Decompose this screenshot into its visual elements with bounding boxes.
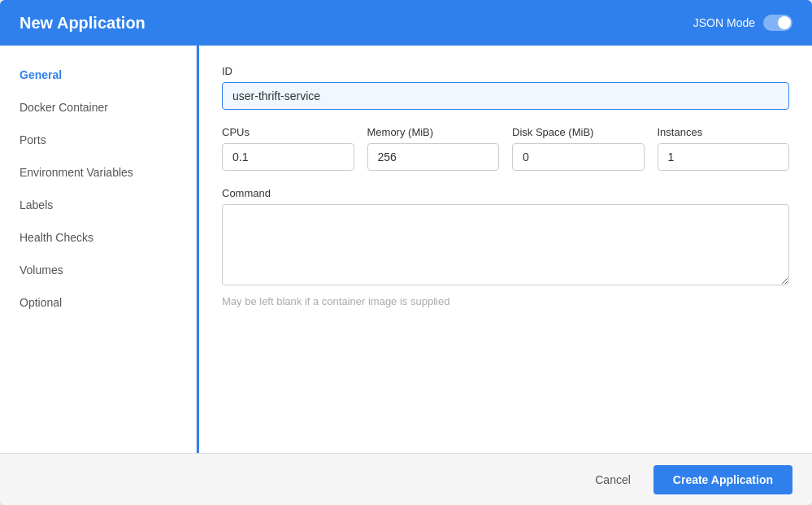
- id-input[interactable]: [222, 82, 789, 110]
- toggle-knob: [778, 16, 791, 29]
- sidebar-item-ports[interactable]: Ports: [0, 124, 196, 156]
- main-content: ID CPUs Memory (MiB) Disk Space (MiB): [197, 46, 812, 453]
- sidebar-item-docker-container[interactable]: Docker Container: [0, 91, 196, 124]
- sidebar: General Docker Container Ports Environme…: [0, 46, 197, 453]
- cpus-label: CPUs: [222, 126, 354, 138]
- new-application-modal: New Application JSON Mode General Docker…: [0, 0, 812, 505]
- cpus-input[interactable]: [222, 143, 354, 171]
- modal-body: General Docker Container Ports Environme…: [0, 46, 812, 453]
- disk-label: Disk Space (MiB): [512, 126, 645, 138]
- sidebar-item-environment-variables[interactable]: Environment Variables: [0, 156, 196, 189]
- create-application-button[interactable]: Create Application: [654, 465, 792, 494]
- memory-label: Memory (MiB): [367, 126, 500, 138]
- json-mode-toggle[interactable]: [763, 15, 792, 31]
- modal-title: New Application: [20, 14, 145, 33]
- sidebar-item-optional[interactable]: Optional: [0, 286, 196, 319]
- command-hint: May be left blank if a container image i…: [222, 295, 789, 307]
- instances-field: Instances: [658, 126, 790, 171]
- id-field-group: ID: [222, 65, 789, 110]
- modal-header: New Application JSON Mode: [0, 0, 812, 46]
- memory-field: Memory (MiB): [367, 126, 500, 171]
- cancel-button[interactable]: Cancel: [582, 465, 644, 494]
- sidebar-item-volumes[interactable]: Volumes: [0, 254, 196, 286]
- json-mode-area: JSON Mode: [693, 15, 792, 31]
- sidebar-item-health-checks[interactable]: Health Checks: [0, 221, 196, 254]
- cpus-field: CPUs: [222, 126, 354, 171]
- command-input[interactable]: [222, 204, 789, 285]
- instances-label: Instances: [658, 126, 790, 138]
- resource-fields: CPUs Memory (MiB) Disk Space (MiB) Insta…: [222, 126, 789, 171]
- command-field-group: Command May be left blank if a container…: [222, 187, 789, 307]
- modal-footer: Cancel Create Application: [0, 453, 812, 505]
- sidebar-item-general[interactable]: General: [0, 59, 196, 91]
- disk-input[interactable]: [512, 143, 645, 171]
- command-label: Command: [222, 187, 789, 199]
- json-mode-label: JSON Mode: [693, 16, 755, 29]
- instances-input[interactable]: [658, 143, 790, 171]
- disk-field: Disk Space (MiB): [512, 126, 645, 171]
- id-label: ID: [222, 65, 789, 77]
- memory-input[interactable]: [367, 143, 500, 171]
- sidebar-item-labels[interactable]: Labels: [0, 189, 196, 221]
